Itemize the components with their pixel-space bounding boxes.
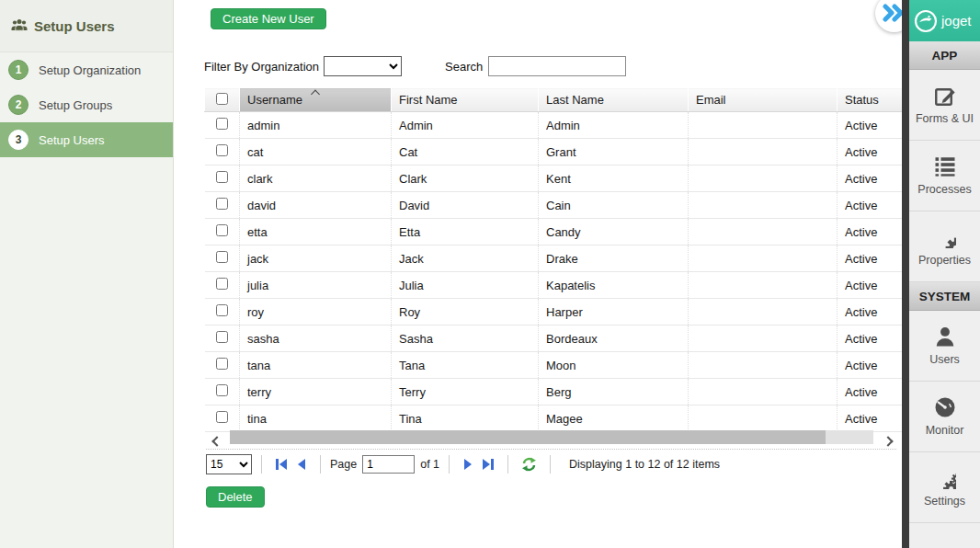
nav-item-label: Properties	[918, 254, 971, 267]
organization-select[interactable]	[324, 56, 402, 76]
create-new-user-button[interactable]: Create New User	[211, 8, 326, 29]
cell-first-name: Clark	[392, 166, 539, 192]
row-checkbox[interactable]	[216, 384, 228, 396]
nav-item-users[interactable]: Users	[909, 311, 980, 382]
joget-brand: joget	[909, 0, 980, 41]
nav-item-label: Forms & UI	[916, 112, 974, 125]
row-checkbox-cell	[205, 219, 240, 245]
table-body: admin Admin Admin Active cat Cat Grant A…	[205, 112, 904, 432]
cell-first-name: Jack	[392, 245, 539, 272]
row-checkbox[interactable]	[216, 411, 228, 423]
row-checkbox[interactable]	[216, 251, 228, 263]
filter-by-organization-label: Filter By Organization	[204, 60, 319, 74]
table-row[interactable]: roy Roy Harper Active	[205, 299, 904, 325]
separator	[261, 455, 262, 474]
row-checkbox[interactable]	[216, 118, 228, 130]
separator	[550, 455, 551, 474]
step-number: 1	[8, 60, 28, 80]
column-header-email[interactable]: Email	[689, 88, 838, 112]
row-checkbox[interactable]	[216, 304, 228, 316]
table-row[interactable]: tina Tina Magee Active	[205, 405, 904, 432]
cell-first-name: Roy	[392, 299, 539, 325]
row-checkbox-cell	[205, 299, 240, 325]
cell-last-name: Bordeaux	[539, 325, 689, 352]
row-checkbox[interactable]	[216, 198, 228, 210]
cell-last-name: Berg	[539, 379, 689, 405]
sort-ascending-icon	[311, 90, 320, 99]
last-page-button[interactable]	[477, 456, 498, 473]
page-number-input[interactable]	[362, 455, 415, 474]
step-number: 3	[8, 130, 28, 150]
column-header-first-name[interactable]: First Name	[392, 88, 539, 112]
cell-first-name: Admin	[392, 112, 539, 139]
step-setup-users[interactable]: 3 Setup Users	[0, 122, 173, 157]
cell-first-name: David	[392, 192, 539, 219]
row-checkbox[interactable]	[216, 144, 228, 156]
previous-page-button[interactable]	[292, 456, 311, 473]
cell-status: Active	[838, 325, 904, 352]
first-page-icon	[275, 458, 289, 471]
step-setup-organization[interactable]: 1 Setup Organization	[0, 52, 173, 87]
cell-email	[689, 299, 838, 325]
nav-item-properties[interactable]: Properties	[909, 211, 980, 282]
cell-last-name: Drake	[539, 245, 689, 272]
table-row[interactable]: sasha Sasha Bordeaux Active	[205, 325, 904, 352]
table-row[interactable]: julia Julia Kapatelis Active	[205, 272, 904, 299]
cell-status: Active	[838, 352, 904, 379]
row-checkbox-cell	[205, 166, 240, 192]
search-input[interactable]	[488, 56, 626, 76]
cell-email	[689, 352, 838, 379]
page-total-label: of 1	[420, 458, 439, 471]
table-row[interactable]: clark Clark Kent Active	[205, 166, 904, 192]
refresh-button[interactable]	[518, 455, 541, 474]
nav-item-processes[interactable]: Processes	[909, 141, 980, 211]
table-horizontal-scrollbar	[204, 429, 896, 445]
scrollbar-track[interactable]	[230, 430, 873, 444]
scroll-right-icon[interactable]	[884, 432, 892, 449]
nav-item-monitor[interactable]: Monitor	[909, 382, 980, 452]
cell-first-name: Julia	[392, 272, 539, 299]
table-row[interactable]: admin Admin Admin Active	[205, 112, 904, 139]
row-checkbox[interactable]	[216, 331, 228, 343]
scroll-left-icon[interactable]	[213, 432, 221, 449]
next-page-button[interactable]	[459, 456, 477, 473]
cell-first-name: Sasha	[392, 325, 539, 352]
table-row[interactable]: cat Cat Grant Active	[205, 139, 904, 166]
cell-email	[689, 166, 838, 192]
refresh-icon	[521, 457, 537, 472]
column-header-username[interactable]: Username	[240, 88, 392, 112]
cell-last-name: Magee	[539, 405, 689, 432]
list-icon	[934, 155, 956, 177]
column-header-status[interactable]: Status	[838, 88, 904, 112]
cell-email	[689, 139, 838, 166]
nav-item-settings[interactable]: Settings	[909, 452, 980, 523]
column-header-last-name[interactable]: Last Name	[539, 88, 689, 112]
delete-button[interactable]: Delete	[206, 486, 265, 508]
nav-item-label: Monitor	[926, 424, 964, 437]
select-all-checkbox[interactable]	[216, 93, 228, 105]
scrollbar-thumb[interactable]	[230, 430, 826, 444]
cell-last-name: Admin	[539, 112, 689, 139]
step-setup-groups[interactable]: 2 Setup Groups	[0, 87, 173, 122]
row-checkbox[interactable]	[216, 171, 228, 183]
cell-status: Active	[838, 139, 904, 166]
row-checkbox-cell	[205, 352, 240, 379]
cell-first-name: Terry	[392, 379, 539, 405]
cell-last-name: Moon	[539, 352, 689, 379]
pagination-bar: 15 Page of 1	[206, 449, 896, 474]
table-row[interactable]: david David Cain Active	[205, 192, 904, 219]
cell-last-name: Kent	[539, 166, 689, 192]
table-row[interactable]: jack Jack Drake Active	[205, 245, 904, 272]
nav-item-forms-ui[interactable]: Forms & UI	[909, 70, 980, 141]
table-row[interactable]: etta Etta Candy Active	[205, 219, 904, 245]
table-row[interactable]: tana Tana Moon Active	[205, 352, 904, 379]
row-checkbox-cell	[205, 325, 240, 352]
row-checkbox[interactable]	[216, 224, 228, 236]
row-checkbox[interactable]	[216, 358, 228, 370]
cell-last-name: Candy	[539, 219, 689, 245]
table-row[interactable]: terry Terry Berg Active	[205, 379, 904, 405]
separator	[449, 455, 450, 474]
row-checkbox[interactable]	[216, 278, 228, 290]
page-size-select[interactable]: 15	[206, 454, 252, 474]
first-page-button[interactable]	[271, 456, 292, 473]
